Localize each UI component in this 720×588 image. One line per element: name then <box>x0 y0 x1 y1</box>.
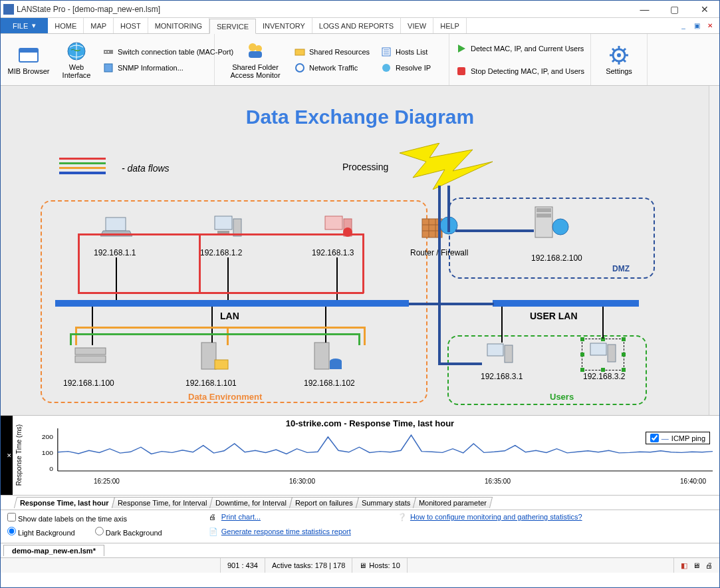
svg-rect-46 <box>537 214 551 218</box>
tab-help[interactable]: HELP <box>433 18 467 33</box>
net-traffic-button[interactable]: Network Traffic <box>292 61 378 75</box>
chart-close[interactable]: ✕ <box>1 416 13 495</box>
light-bg-radio[interactable]: Light Background <box>7 527 75 537</box>
legend-label: - data flows <box>122 163 170 174</box>
tab-host[interactable]: HOST <box>114 18 148 33</box>
processing-label: Processing <box>342 162 388 172</box>
svg-point-47 <box>552 219 568 235</box>
svg-rect-6 <box>104 64 112 72</box>
svg-text:200: 200 <box>42 434 53 440</box>
play-icon <box>456 43 467 54</box>
hosts-list-button[interactable]: Hosts List <box>378 45 445 59</box>
chart-plot: 0 100 200 <box>27 428 713 478</box>
svg-rect-18 <box>457 67 465 75</box>
gen-report-link[interactable]: Generate response time statistics report <box>221 527 351 535</box>
tab-view[interactable]: VIEW <box>401 18 433 33</box>
mib-browser-button[interactable]: MIB Browser <box>5 43 53 76</box>
svg-text:100: 100 <box>42 450 53 456</box>
btab-summary[interactable]: Summary stats <box>356 497 417 508</box>
svg-rect-10 <box>295 49 304 55</box>
shared-folder-button[interactable]: Shared Folder Access Monitor <box>219 39 292 80</box>
main-tabs: FILE▾ HOME MAP HOST MONITORING SERVICE I… <box>1 18 719 34</box>
tab-logs[interactable]: LOGS AND REPORTS <box>312 18 401 33</box>
globe-icon <box>66 41 87 62</box>
host-3-1: 192.168.3.1 <box>481 372 523 381</box>
show-date-checkbox[interactable]: Show date labels on the time axis <box>7 513 162 523</box>
tab-inventory[interactable]: INVENTORY <box>256 18 312 33</box>
switch-conn-button[interactable]: Switch connection table (MAC-Port) <box>100 45 210 59</box>
print-chart-link[interactable]: Print chart... <box>221 513 261 521</box>
btab-resp-int[interactable]: Response Time, for Interval <box>112 497 213 508</box>
shared-res-button[interactable]: Shared Resources <box>292 45 378 59</box>
users-label: Users <box>550 392 574 402</box>
svg-rect-45 <box>537 208 551 212</box>
stop-detect-button[interactable]: Stop Detecting MAC, IP, and Users <box>453 61 586 82</box>
vertical-scrollbar[interactable] <box>709 86 719 415</box>
svg-rect-57 <box>590 343 606 355</box>
btab-resp-hour[interactable]: Response Time, last hour <box>14 497 115 508</box>
host-1-102: 192.168.1.102 <box>304 378 355 388</box>
host-1-2: 192.168.1.2 <box>200 248 242 257</box>
host-icon: 🖥 <box>359 561 366 569</box>
db-server-icon[interactable] <box>310 341 344 373</box>
lightning-icon <box>393 143 493 190</box>
btab-down-int[interactable]: Downtime, for Interval <box>209 497 293 508</box>
svg-point-7 <box>249 43 257 51</box>
server-icon[interactable] <box>533 206 570 240</box>
svg-rect-55 <box>487 344 503 356</box>
tab-home[interactable]: HOME <box>48 18 84 33</box>
status-tasks: Active tasks: 178 | 178 <box>265 558 352 573</box>
detect-button[interactable]: Detect MAC, IP, and Current Users <box>453 38 586 59</box>
maximize-button[interactable]: ▢ <box>660 1 689 18</box>
svg-rect-54 <box>330 361 342 369</box>
list-icon <box>381 47 392 57</box>
minimize-button[interactable]: — <box>630 1 660 18</box>
gear-icon <box>608 45 630 66</box>
doc-tab[interactable]: demo-map_new-en.lsm* <box>3 545 104 556</box>
svg-text:0: 0 <box>49 466 53 472</box>
chart-panel: ✕ Response Time (ms) 10-strike.com - Res… <box>1 416 719 496</box>
mdi-minimize-icon[interactable]: _ <box>678 21 689 31</box>
mdi-close-icon[interactable]: ✕ <box>705 21 715 31</box>
status-icon-3[interactable]: 🖨 <box>705 561 713 569</box>
file-server-icon[interactable] <box>197 341 231 373</box>
close-button[interactable]: ✕ <box>689 1 719 18</box>
resolve-ip-button[interactable]: Resolve IP <box>378 61 445 75</box>
status-icon-1[interactable]: ◧ <box>681 561 687 570</box>
chart-legend[interactable]: — ICMP ping <box>646 432 710 444</box>
chart-tabs: Response Time, last hour Response Time, … <box>1 496 719 510</box>
data-env-label: Data Environment <box>188 392 262 402</box>
file-menu[interactable]: FILE▾ <box>1 18 48 33</box>
svg-marker-29 <box>400 143 493 190</box>
svg-rect-58 <box>608 345 616 362</box>
selected-host[interactable] <box>582 339 624 370</box>
status-icon-2[interactable]: 🖥 <box>693 561 700 569</box>
settings-button[interactable]: Settings <box>595 43 643 76</box>
status-coord: 901 : 434 <box>220 558 265 573</box>
svg-rect-52 <box>314 343 329 369</box>
howto-link[interactable]: How to configure monitoring and gatherin… <box>410 513 582 521</box>
printer-icon: 🖨 <box>209 513 219 523</box>
svg-point-16 <box>382 64 390 72</box>
legend-checkbox[interactable] <box>650 434 659 442</box>
tab-map[interactable]: MAP <box>84 18 114 33</box>
users-icon <box>245 41 266 62</box>
host-2-100: 192.168.2.100 <box>531 253 582 263</box>
svg-rect-30 <box>106 218 126 231</box>
snmp-info-button[interactable]: SNMP Information... <box>100 61 210 75</box>
btab-param[interactable]: Monitored parameter <box>413 497 493 508</box>
user-pc1-icon[interactable] <box>485 343 517 367</box>
report-icon: 📄 <box>209 527 219 538</box>
btab-failures[interactable]: Report on failures <box>289 497 359 508</box>
svg-point-11 <box>296 64 304 72</box>
map-canvas[interactable]: Data Exchange Diagram - data flows Proce… <box>1 86 719 416</box>
dark-bg-radio[interactable]: Dark Background <box>95 527 162 537</box>
svg-line-27 <box>612 60 614 62</box>
tab-service[interactable]: SERVICE <box>209 19 256 34</box>
mdi-restore-icon[interactable]: ▣ <box>691 21 702 31</box>
web-interface-button[interactable]: Web Interface <box>53 39 100 80</box>
host-3-2: 192.168.3.2 <box>583 372 625 381</box>
rack-icon[interactable] <box>74 345 108 372</box>
resolve-icon <box>381 63 392 73</box>
tab-monitoring[interactable]: MONITORING <box>148 18 209 33</box>
